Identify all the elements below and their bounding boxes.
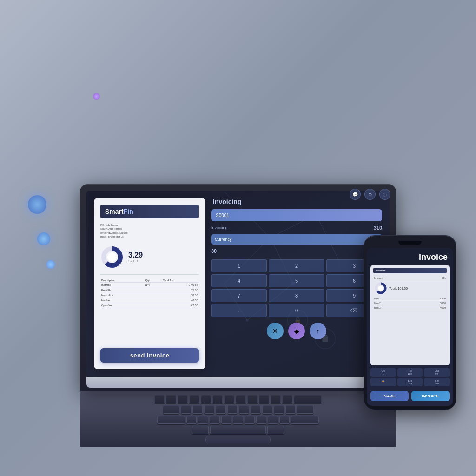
key[interactable] [233,416,243,424]
numpad-key[interactable]: 1 [211,259,267,272]
profile-icon[interactable]: ◌ [379,189,390,200]
svg-point-17 [107,252,117,262]
phone-bezel: Invoice Invoice Invoice #001 [364,235,456,410]
numpad-key[interactable]: 8 [269,289,324,302]
key[interactable] [198,416,208,424]
chat-icon[interactable]: 💬 [350,189,361,200]
phone-invoice-button[interactable]: INVOICE [411,391,450,401]
key[interactable] [251,405,261,414]
key-tab[interactable] [163,405,179,414]
phone-donut-row: Total: 109.00 [374,282,446,295]
key[interactable] [212,395,223,403]
upload-icon-button[interactable]: ↑ [310,323,326,339]
key[interactable] [204,405,214,414]
table-row: Iscthmoany37.0 bo [100,282,199,287]
numpad-key[interactable]: 2 [269,259,324,272]
phone-donut [374,282,387,295]
key[interactable] [256,416,266,424]
key-backspace[interactable] [294,395,322,403]
key[interactable] [247,395,258,403]
laptop-top-icons: 💬 ⊙ ◌ [350,189,390,200]
phone-title: Invoice [370,252,450,262]
key[interactable] [285,405,296,414]
invoice-number-input[interactable]: S0001 [211,209,382,221]
invoice-divider [100,274,199,275]
main-scene: 💬 ⊙ ◌ [29,29,447,447]
currency-value: 30 [211,248,217,254]
numpad-key[interactable]: 4 [211,274,267,287]
cancel-icon-button[interactable]: ✕ [267,323,284,339]
laptop-hinge [86,377,390,388]
controls-panel: Invoicing S0001 Invoicing 310 Currency 3… [211,198,382,369]
key-space[interactable] [210,426,266,434]
key[interactable] [192,405,203,414]
phone-controls-grid: Qty1 Tax10% Disc0% 🔒 Sub109 Net120 [370,368,450,386]
phone-ctrl-4[interactable]: 🔒 [370,378,396,386]
key-shift-l[interactable] [192,426,209,434]
key[interactable] [221,416,231,424]
key[interactable] [216,405,226,414]
key[interactable] [189,395,199,403]
invoice-total-value: 3.29 [128,251,143,259]
invoice-meta: RE: Inbl luxen South Aub Torres emBingCe… [100,223,199,239]
key-enter-top[interactable] [297,405,314,414]
key[interactable] [210,416,220,424]
phone-ctrl-5: Sub109 [397,378,423,386]
key[interactable] [268,416,278,424]
phone-screen: Invoice Invoice Invoice #001 [367,248,453,406]
key[interactable] [224,395,234,403]
numpad-key[interactable]: . [211,304,267,317]
key-enter[interactable] [291,416,319,424]
keyboard-row-2 [163,405,314,414]
key[interactable] [201,395,211,403]
confirm-icon-button[interactable]: ◆ [288,323,305,339]
key[interactable] [186,416,197,424]
phone-mini-row: Invoice #001 [374,276,446,280]
key[interactable] [227,405,238,414]
key[interactable] [271,395,281,403]
key-shift-r[interactable] [267,426,284,434]
key[interactable] [262,405,272,414]
phone-mini-row-1: Item 125.00 [374,296,446,301]
settings-icon[interactable]: ⊙ [364,189,376,200]
phone-notch [398,241,422,245]
key[interactable] [245,416,255,424]
send-invoice-button[interactable]: send Invoice [100,348,199,363]
numpad-key[interactable]: 7 [211,289,267,302]
invoice-total-block: 3.29 SVT D [128,251,143,263]
key[interactable] [279,416,290,424]
svg-point-20 [378,286,383,291]
phone-invoice-mini: Invoice Invoice #001 Total: [370,265,450,365]
invoice-total-label: SVT D [128,259,143,263]
phone: Invoice Invoice Invoice #001 [364,235,456,410]
table-row: Hwilbe46.00 [100,298,199,303]
keyboard-row-3 [157,416,319,424]
phone-save-button[interactable]: SAVE [370,391,409,401]
key[interactable] [236,395,246,403]
key[interactable] [154,395,165,403]
key[interactable] [239,405,249,414]
key[interactable] [178,395,188,403]
numpad-key[interactable]: 0 [269,304,324,317]
laptop-bezel: 💬 ⊙ ◌ [80,184,396,391]
phone-invoice-header: Invoice [373,268,447,273]
key[interactable] [282,395,292,403]
laptop-screen: 🔒 📄 SmartFin RE: Inbl luxen South Aub To… [86,191,390,377]
key[interactable] [259,395,269,403]
table-row: Cpasfire62.00 [100,303,199,308]
key-caps[interactable] [157,416,185,424]
donut-chart [100,245,124,269]
key[interactable] [166,395,176,403]
key[interactable] [181,405,191,414]
currency-input[interactable]: Currency [211,234,382,245]
brand-text: SmartFin [105,208,133,215]
key[interactable] [274,405,284,414]
laptop: 💬 ⊙ ◌ [80,184,396,447]
invoicing-value: 310 [374,225,382,231]
col-total: Total Amt [162,278,199,283]
invoicing-row: Invoicing 310 [211,225,382,231]
invoice-donut-row: 3.29 SVT D [100,245,199,269]
numpad-key[interactable]: 5 [269,274,324,287]
invoice-brand-header: SmartFin [100,205,199,218]
trackpad[interactable] [205,436,271,443]
